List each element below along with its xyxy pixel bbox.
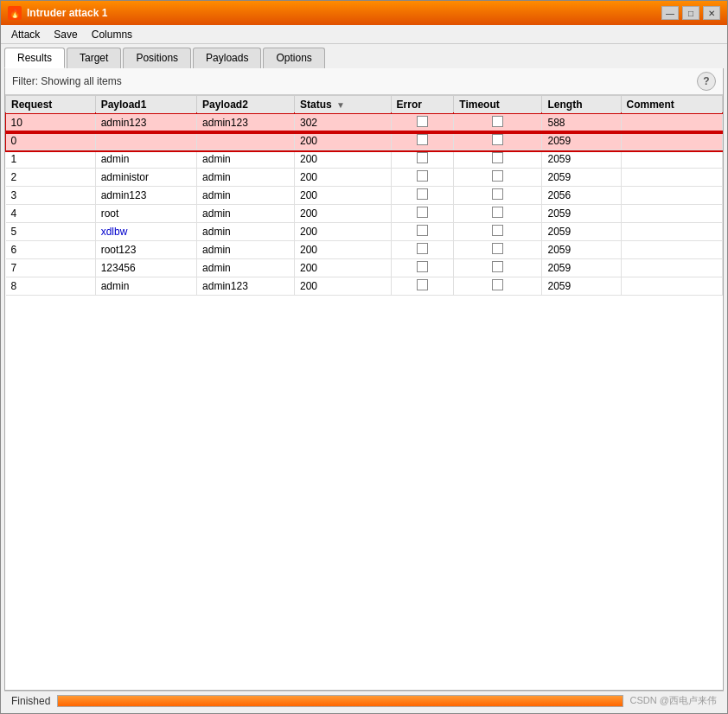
tabs-bar: Results Target Positions Payloads Option… <box>1 44 727 68</box>
tab-payloads[interactable]: Payloads <box>193 48 261 68</box>
table-cell: admin <box>197 169 295 187</box>
table-cell <box>621 132 722 150</box>
checkbox[interactable] <box>492 261 503 272</box>
maximize-button[interactable]: □ <box>682 6 699 20</box>
checkbox[interactable] <box>417 261 428 272</box>
table-cell: 4 <box>6 205 96 223</box>
checkbox[interactable] <box>492 134 503 145</box>
table-cell <box>621 187 722 205</box>
table-row[interactable]: 10admin123admin123302588 <box>6 114 723 132</box>
checkbox[interactable] <box>417 225 428 236</box>
help-button[interactable]: ? <box>697 72 716 91</box>
checkbox[interactable] <box>492 188 503 200</box>
table-cell: admin <box>197 150 295 169</box>
watermark: CSDN @西电卢来伟 <box>630 694 717 707</box>
checkbox[interactable] <box>417 134 428 145</box>
table-header-row: Request Payload1 Payload2 Status ▼ Error… <box>6 96 723 114</box>
col-error[interactable]: Error <box>391 96 454 114</box>
checkbox[interactable] <box>417 170 428 182</box>
table-cell: 2059 <box>542 150 621 169</box>
table-row[interactable]: 6root123admin2002059 <box>6 241 723 259</box>
content-area: Filter: Showing all items ? Request Payl… <box>4 68 724 691</box>
col-timeout[interactable]: Timeout <box>454 96 542 114</box>
checkbox[interactable] <box>417 188 428 200</box>
table-cell: admin123 <box>95 187 196 205</box>
menu-attack[interactable]: Attack <box>4 27 47 42</box>
checkbox[interactable] <box>417 279 428 290</box>
table-cell: 200 <box>295 150 392 169</box>
table-cell: 588 <box>542 114 621 132</box>
status-bar: Finished CSDN @西电卢来伟 <box>4 691 724 710</box>
table-cell <box>454 223 542 241</box>
table-cell: 10 <box>6 114 96 132</box>
table-row[interactable]: 5xdlbwadmin2002059 <box>6 223 723 241</box>
col-payload2[interactable]: Payload2 <box>197 96 295 114</box>
table-cell <box>454 259 542 277</box>
checkbox[interactable] <box>492 116 503 127</box>
table-cell <box>454 132 542 150</box>
filter-text: Filter: Showing all items <box>12 75 122 87</box>
table-cell: 2059 <box>542 205 621 223</box>
table-cell: 2 <box>6 169 96 187</box>
table-row[interactable]: 1adminadmin2002059 <box>6 150 723 169</box>
table-cell <box>391 150 454 169</box>
table-cell <box>454 277 542 296</box>
table-cell: 1 <box>6 150 96 169</box>
menu-columns[interactable]: Columns <box>85 27 139 42</box>
app-icon: 🔥 <box>8 6 22 20</box>
checkbox[interactable] <box>492 152 503 163</box>
checkbox[interactable] <box>492 225 503 236</box>
title-bar: 🔥 Intruder attack 1 — □ ✕ <box>1 1 727 25</box>
table-cell: 5 <box>6 223 96 241</box>
checkbox[interactable] <box>492 279 503 290</box>
table-cell: 200 <box>295 132 392 150</box>
table-row[interactable]: 2administoradmin2002059 <box>6 169 723 187</box>
tab-target[interactable]: Target <box>67 48 121 68</box>
table-row[interactable]: 3admin123admin2002056 <box>6 187 723 205</box>
tab-options[interactable]: Options <box>263 48 324 68</box>
col-comment[interactable]: Comment <box>621 96 722 114</box>
tab-results[interactable]: Results <box>4 48 65 68</box>
table-cell: 2059 <box>542 132 621 150</box>
menu-bar: Attack Save Columns <box>1 25 727 44</box>
checkbox[interactable] <box>417 207 428 218</box>
table-row[interactable]: 7123456admin2002059 <box>6 259 723 277</box>
table-cell: admin123 <box>197 114 295 132</box>
table-container[interactable]: Request Payload1 Payload2 Status ▼ Error… <box>5 95 723 690</box>
menu-save[interactable]: Save <box>47 27 84 42</box>
table-cell: root <box>95 205 196 223</box>
table-cell <box>391 132 454 150</box>
table-row[interactable]: 8adminadmin1232002059 <box>6 277 723 296</box>
close-button[interactable]: ✕ <box>703 6 720 20</box>
col-request[interactable]: Request <box>6 96 96 114</box>
table-cell <box>621 150 722 169</box>
checkbox[interactable] <box>417 116 428 127</box>
col-status[interactable]: Status ▼ <box>295 96 392 114</box>
results-table: Request Payload1 Payload2 Status ▼ Error… <box>5 95 723 296</box>
table-cell <box>621 277 722 296</box>
minimize-button[interactable]: — <box>661 6 679 20</box>
checkbox[interactable] <box>492 170 503 182</box>
table-cell <box>197 132 295 150</box>
checkbox[interactable] <box>492 243 503 254</box>
table-cell: 200 <box>295 277 392 296</box>
table-cell: 0 <box>6 132 96 150</box>
checkbox[interactable] <box>417 152 428 163</box>
col-payload1[interactable]: Payload1 <box>95 96 196 114</box>
table-cell <box>391 114 454 132</box>
table-cell: 200 <box>295 169 392 187</box>
checkbox[interactable] <box>417 243 428 254</box>
checkbox[interactable] <box>492 207 503 218</box>
tab-positions[interactable]: Positions <box>123 48 191 68</box>
table-cell: 2059 <box>542 223 621 241</box>
table-cell: admin123 <box>197 277 295 296</box>
table-cell <box>621 241 722 259</box>
col-length[interactable]: Length <box>542 96 621 114</box>
window-title: Intruder attack 1 <box>27 7 656 19</box>
table-cell: admin <box>197 205 295 223</box>
table-row[interactable]: 02002059 <box>6 132 723 150</box>
table-row[interactable]: 4rootadmin2002059 <box>6 205 723 223</box>
table-cell: xdlbw <box>95 223 196 241</box>
table-cell <box>391 169 454 187</box>
main-window: 🔥 Intruder attack 1 — □ ✕ Attack Save Co… <box>0 0 728 714</box>
